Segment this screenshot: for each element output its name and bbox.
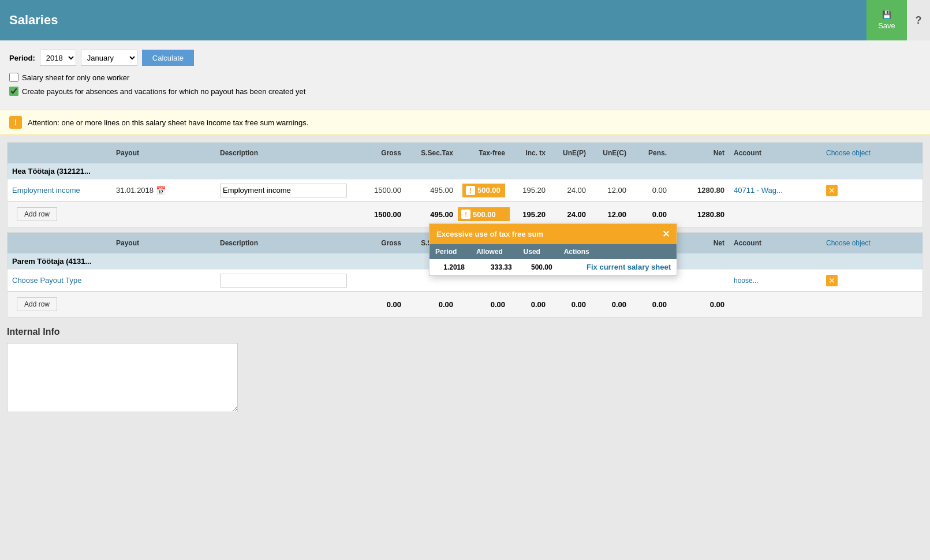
- worker2-account-cell: hoose...: [729, 274, 821, 287]
- period-row: Period: 2018 2017 2016 2019 January Febr…: [9, 50, 921, 66]
- popup-col-used: Used: [518, 244, 558, 259]
- create-payouts-label: Create payouts for absences and vacation…: [22, 87, 305, 96]
- popup-close-button[interactable]: ✕: [662, 229, 670, 240]
- worker1-total-pens: 0.00: [631, 208, 671, 221]
- col-payout: Payout: [111, 149, 215, 157]
- worker1-unep-cell: 24.00: [550, 184, 591, 197]
- popup-col-actions: Actions: [558, 244, 677, 259]
- worker1-account-link[interactable]: 40711 - Wag...: [734, 186, 783, 195]
- worker1-total-ssec: 495.00: [406, 208, 458, 221]
- worker1-add-row-button[interactable]: Add row: [17, 207, 57, 221]
- worker2-taxfree-cell: [458, 278, 510, 283]
- worker2-inctx-cell: [510, 278, 550, 283]
- year-select[interactable]: 2018 2017 2016 2019: [40, 50, 76, 66]
- worker1-desc-input[interactable]: [220, 184, 347, 197]
- warning-icon: !: [9, 116, 22, 129]
- single-worker-label: Salary sheet for only one worker: [22, 73, 129, 82]
- app-header: Salaries 💾 Save ?: [0, 0, 930, 40]
- calculate-button[interactable]: Calculate: [142, 50, 194, 66]
- choose-object-link2[interactable]: Choose object: [826, 239, 871, 247]
- popup-row: 1.2018 333.33 500.00 Fix current salary …: [429, 259, 677, 275]
- worker1-row1: Employment income 31.01.2018 📅 1500.00 4…: [8, 179, 922, 201]
- help-button[interactable]: ?: [907, 0, 930, 40]
- warning-excl-icon: !: [466, 186, 475, 195]
- col-unep: UnE(P): [550, 149, 591, 157]
- worker1-type-link[interactable]: Employment income: [12, 186, 80, 195]
- add-row-cell1: Add row: [8, 201, 215, 227]
- col-pens: Pens.: [631, 149, 671, 157]
- choose-object-link1[interactable]: Choose object: [826, 149, 871, 157]
- worker2-total-inctx: 0.00: [510, 298, 550, 311]
- w2-col-object: Choose object: [821, 239, 897, 247]
- worker2-total-unec: 0.00: [591, 298, 631, 311]
- worker1-ssec-cell: 495.00: [406, 184, 458, 197]
- worker2-unec-cell: [591, 278, 631, 283]
- calendar-icon[interactable]: 📅: [156, 186, 166, 195]
- worker2-unep-cell: [550, 278, 591, 283]
- worker2-account-link[interactable]: hoose...: [734, 277, 759, 285]
- w2-col-gross: Gross: [354, 239, 406, 247]
- internal-info-textarea[interactable]: [7, 343, 238, 412]
- popup-table: Period Allowed Used Actions 1.2018 333.3…: [429, 244, 677, 275]
- worker1-total-unec: 12.00: [591, 208, 631, 221]
- col-net: Net: [671, 149, 729, 157]
- period-label: Period:: [9, 54, 35, 62]
- worker2-type-cell: Choose Payout Type: [8, 274, 111, 287]
- popup-used: 500.00: [518, 259, 558, 275]
- single-worker-checkbox[interactable]: [9, 73, 18, 82]
- worker2-total-gross: 0.00: [354, 298, 406, 311]
- worker2-desc-input[interactable]: [220, 274, 347, 288]
- worker2-type-link[interactable]: Choose Payout Type: [12, 276, 81, 285]
- worker2-pens-cell: [631, 278, 671, 283]
- save-button[interactable]: 💾 Save: [866, 0, 907, 40]
- warning-banner: ! Attention: one or more lines on this s…: [0, 110, 930, 135]
- fix-salary-link[interactable]: Fix current salary sheet: [587, 263, 671, 271]
- create-payouts-checkbox[interactable]: [9, 87, 18, 96]
- popup-period: 1.2018: [429, 259, 470, 275]
- worker1-total-gross: 1500.00: [354, 208, 406, 221]
- add-row-cell2: Add row: [8, 292, 215, 317]
- worker2-ssec-cell: [406, 278, 458, 283]
- worker1-taxfree-cell: ! 500.00: [458, 181, 510, 200]
- single-worker-row: Salary sheet for only one worker: [9, 73, 921, 82]
- worker1-total-taxfree: 500.00: [473, 210, 496, 219]
- month-select[interactable]: January February March April May June Ju…: [81, 50, 137, 66]
- worker1-total-taxfree-cell: ! 500.00 Excessive use of tax free sum ✕…: [458, 207, 510, 221]
- internal-info-title: Internal Info: [7, 327, 923, 337]
- col-inctx: Inc. tx: [510, 149, 550, 157]
- top-controls: Period: 2018 2017 2016 2019 January Febr…: [0, 40, 930, 110]
- popup-col-allowed: Allowed: [470, 244, 518, 259]
- worker1-pens-cell: 0.00: [631, 184, 671, 197]
- worker2-total-taxfree: 0.00: [458, 298, 510, 311]
- worker2-desc-cell: [215, 271, 354, 290]
- worker1-date-cell: 31.01.2018 📅: [111, 184, 215, 197]
- worker1-date-value: 31.01.2018: [116, 186, 154, 195]
- col-ssec: S.Sec.Tax: [406, 149, 458, 157]
- worker2-delete-button[interactable]: ✕: [826, 275, 838, 286]
- col-gross: Gross: [354, 149, 406, 157]
- w2-col-account: Account: [729, 239, 821, 247]
- w2-col-payout: Payout: [111, 239, 215, 247]
- worker1-delete-button[interactable]: ✕: [826, 185, 838, 196]
- worker1-total-net: 1280.80: [671, 208, 729, 221]
- worker1-desc-cell: [215, 181, 354, 200]
- worker2-add-row-button[interactable]: Add row: [17, 297, 57, 311]
- worker2-date-cell: [111, 278, 215, 283]
- worker2-net-cell: [671, 278, 729, 283]
- column-headers: Payout Description Gross S.Sec.Tax Tax-f…: [8, 143, 922, 163]
- popup-allowed: 333.33: [470, 259, 518, 275]
- tax-free-value: 500.00: [477, 186, 501, 195]
- worker2-total-pens: 0.00: [631, 298, 671, 311]
- col-account: Account: [729, 149, 821, 157]
- col-unec: UnE(C): [591, 149, 631, 157]
- warning-text: Attention: one or more lines on this sal…: [28, 118, 308, 127]
- worker1-unec-cell: 12.00: [591, 184, 631, 197]
- popup-header-row: Period Allowed Used Actions: [429, 244, 677, 259]
- worker2-totals-row: Add row 0.00 0.00 0.00 0.00 0.00 0.00 0.…: [8, 291, 922, 317]
- popup-action: Fix current salary sheet: [558, 259, 677, 275]
- create-payouts-row: Create payouts for absences and vacation…: [9, 87, 921, 96]
- worker2-object-cell: ✕: [821, 272, 897, 289]
- popup-title: Excessive use of tax free sum: [436, 230, 543, 238]
- worker2-total-ssec: 0.00: [406, 298, 458, 311]
- col-description: Description: [215, 149, 354, 157]
